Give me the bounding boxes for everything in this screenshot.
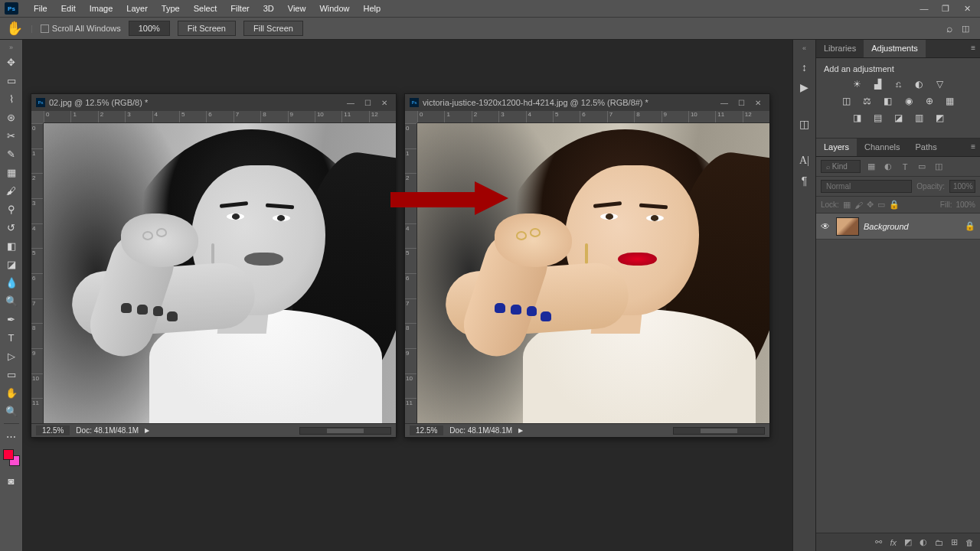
color-swatch[interactable] — [3, 449, 20, 466]
adj-photo-filter-icon[interactable]: ◉ — [902, 95, 916, 107]
blur-tool-icon[interactable]: 💧 — [2, 274, 21, 291]
zoom-tool-icon[interactable]: 🔍 — [2, 403, 21, 419]
menu-layer[interactable]: Layer — [120, 2, 154, 15]
adj-gradient-map-icon[interactable]: ▥ — [912, 112, 926, 124]
delete-icon[interactable]: 🗑 — [965, 538, 974, 547]
tab-channels[interactable]: Channels — [857, 139, 907, 156]
brush-tool-icon[interactable]: 🖌 — [2, 182, 21, 199]
tab-layers[interactable]: Layers — [816, 139, 857, 156]
panel-menu-icon[interactable]: ≡ — [966, 139, 980, 156]
mask-icon[interactable]: ◩ — [904, 537, 912, 547]
doc-close-icon[interactable]: ✕ — [377, 99, 391, 107]
stamp-tool-icon[interactable]: ⚲ — [2, 201, 21, 217]
adj-threshold-icon[interactable]: ◪ — [891, 112, 905, 124]
quick-select-tool-icon[interactable]: ⊛ — [2, 109, 21, 126]
adj-hue-icon[interactable]: ◫ — [840, 95, 854, 107]
adj-posterize-icon[interactable]: ▤ — [871, 112, 884, 124]
fill-screen-button[interactable]: Fill Screen — [243, 21, 303, 36]
window-restore-icon[interactable]: ❐ — [937, 2, 954, 15]
doc2-zoom[interactable]: 12.5% — [410, 425, 443, 435]
lock-transparency-icon[interactable]: ▦ — [843, 200, 851, 210]
adj-exposure-icon[interactable]: ◐ — [912, 78, 926, 90]
frame-tool-icon[interactable]: ▦ — [2, 164, 21, 181]
window-minimize-icon[interactable]: — — [916, 2, 933, 15]
menu-image[interactable]: Image — [83, 2, 119, 15]
menu-view[interactable]: View — [282, 2, 312, 15]
eraser-tool-icon[interactable]: ◧ — [2, 237, 21, 254]
type-tool-icon[interactable]: T — [2, 329, 21, 346]
layer-name[interactable]: Background — [864, 222, 960, 231]
crop-tool-icon[interactable]: ✂ — [2, 127, 21, 144]
adj-lookup-icon[interactable]: ▦ — [943, 95, 957, 107]
doc-maximize-icon[interactable]: ☐ — [361, 99, 374, 107]
doc1-zoom[interactable]: 12.5% — [36, 425, 70, 435]
zoom-level-field[interactable]: 100% — [129, 21, 170, 36]
ruler-vertical[interactable]: 01234567891011 — [405, 123, 417, 423]
adj-selective-icon[interactable]: ◩ — [933, 112, 946, 124]
filter-type-icon[interactable]: T — [899, 162, 911, 171]
adj-curves-icon[interactable]: ⎌ — [891, 78, 905, 90]
doc1-scrollbar[interactable] — [299, 427, 391, 435]
swatches-panel-icon[interactable]: ◫ — [799, 118, 809, 130]
blend-mode-select[interactable]: Normal — [821, 180, 912, 193]
history-panel-icon[interactable]: ↕ — [802, 61, 807, 73]
filter-pixel-icon[interactable]: ▦ — [865, 161, 877, 171]
panel-menu-icon[interactable]: ≡ — [966, 40, 980, 57]
scroll-all-checkbox[interactable]: Scroll All Windows — [41, 24, 121, 34]
adj-bw-icon[interactable]: ◧ — [881, 95, 895, 107]
dodge-tool-icon[interactable]: 🔍 — [2, 292, 21, 309]
history-brush-tool-icon[interactable]: ↺ — [2, 219, 21, 236]
move-tool-icon[interactable]: ✥ — [2, 54, 21, 70]
doc2-scrollbar[interactable] — [673, 427, 765, 435]
adj-invert-icon[interactable]: ◨ — [850, 112, 864, 124]
menu-edit[interactable]: Edit — [55, 2, 82, 15]
fx-icon[interactable]: fx — [890, 538, 897, 547]
ruler-horizontal[interactable]: 0123456789101112 — [44, 111, 396, 123]
doc-minimize-icon[interactable]: — — [717, 99, 731, 107]
menu-type[interactable]: Type — [155, 2, 186, 15]
doc-close-icon[interactable]: ✕ — [751, 99, 765, 107]
menu-file[interactable]: File — [28, 2, 54, 15]
doc-minimize-icon[interactable]: — — [344, 99, 358, 107]
character-panel-icon[interactable]: A| — [799, 155, 809, 167]
filter-shape-icon[interactable]: ▭ — [916, 161, 928, 171]
tab-paths[interactable]: Paths — [908, 139, 945, 156]
new-layer-icon[interactable]: ⊞ — [951, 537, 958, 547]
filter-smart-icon[interactable]: ◫ — [933, 161, 945, 171]
menu-filter[interactable]: Filter — [224, 2, 255, 15]
paragraph-panel-icon[interactable]: ¶ — [802, 174, 808, 187]
menu-select[interactable]: Select — [188, 2, 224, 15]
fit-screen-button[interactable]: Fit Screen — [178, 21, 236, 36]
adj-vibrance-icon[interactable]: ▽ — [933, 78, 946, 90]
menu-3d[interactable]: 3D — [257, 2, 280, 15]
layout-icon[interactable]: ◫ — [962, 24, 969, 34]
path-select-tool-icon[interactable]: ▷ — [2, 347, 21, 364]
link-layers-icon[interactable]: ⚯ — [875, 537, 882, 547]
menu-help[interactable]: Help — [358, 2, 387, 15]
menu-window[interactable]: Window — [313, 2, 355, 15]
toolbar-expand-icon[interactable]: » — [2, 43, 21, 52]
lock-brush-icon[interactable]: 🖌 — [854, 201, 863, 210]
adj-channel-mixer-icon[interactable]: ⊕ — [923, 95, 936, 107]
adj-levels-icon[interactable]: ▟ — [871, 78, 884, 90]
document-window-2[interactable]: Ps victoria-justice-1920x1200-hd-4214.jp… — [404, 93, 770, 438]
doc2-canvas[interactable] — [417, 123, 769, 423]
doc-maximize-icon[interactable]: ☐ — [734, 99, 748, 107]
hand-tool-icon[interactable]: ✋ — [6, 20, 23, 37]
ruler-vertical[interactable]: 01234567891011 — [31, 123, 44, 423]
ruler-horizontal[interactable]: 0123456789101112 — [417, 111, 769, 123]
edit-toolbar-icon[interactable]: ⋯ — [2, 428, 21, 445]
adj-balance-icon[interactable]: ⚖ — [861, 95, 874, 107]
marquee-tool-icon[interactable]: ▭ — [2, 72, 21, 89]
tab-libraries[interactable]: Libraries — [816, 40, 864, 57]
tab-adjustments[interactable]: Adjustments — [864, 40, 926, 57]
layer-row[interactable]: 👁 Background 🔒 — [816, 214, 980, 240]
window-close-icon[interactable]: ✕ — [959, 2, 975, 15]
new-adjustment-icon[interactable]: ◐ — [920, 537, 927, 547]
gradient-tool-icon[interactable]: ◪ — [2, 256, 21, 272]
lasso-tool-icon[interactable]: ⌇ — [2, 90, 21, 107]
actions-panel-icon[interactable]: ▶ — [800, 81, 808, 93]
lock-position-icon[interactable]: ✥ — [867, 200, 874, 210]
panel-expand-icon[interactable]: « — [802, 44, 806, 54]
pen-tool-icon[interactable]: ✒ — [2, 311, 21, 328]
